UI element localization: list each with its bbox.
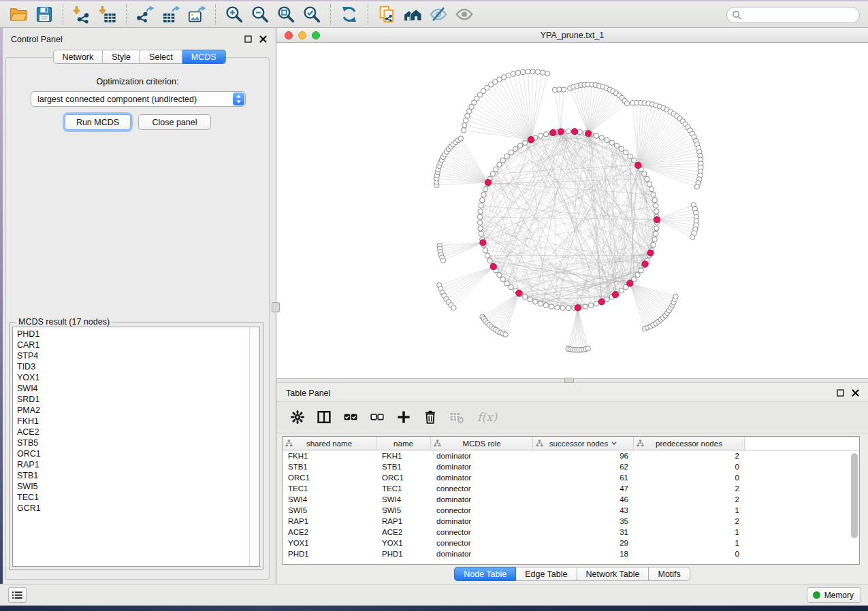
graph-node[interactable] bbox=[619, 288, 624, 293]
graph-node[interactable] bbox=[594, 301, 598, 306]
graph-node[interactable] bbox=[485, 253, 489, 258]
graph-node[interactable] bbox=[651, 192, 656, 197]
function-builder-button[interactable]: f(x) bbox=[477, 410, 497, 424]
graph-node[interactable] bbox=[494, 167, 498, 171]
search-input[interactable] bbox=[744, 10, 853, 20]
column-header-predecessor-nodes[interactable]: predecessor nodes bbox=[634, 437, 745, 450]
graph-node[interactable] bbox=[483, 186, 487, 191]
mcds-result-item[interactable]: SWI4 bbox=[13, 383, 248, 394]
create-column-button[interactable] bbox=[395, 408, 413, 426]
graph-node[interactable] bbox=[538, 133, 543, 138]
graph-node[interactable] bbox=[509, 150, 513, 154]
table-row[interactable]: SWI4SWI4dominator462 bbox=[283, 494, 859, 505]
show-task-history-button[interactable] bbox=[8, 587, 27, 603]
table-row[interactable]: FKH1FKH1dominator962 bbox=[283, 450, 859, 461]
graph-hub-node[interactable] bbox=[480, 240, 486, 246]
zoom-in-button[interactable] bbox=[223, 3, 246, 25]
memory-button[interactable]: Memory bbox=[807, 587, 861, 603]
graph-node[interactable] bbox=[583, 304, 588, 309]
graph-node[interactable] bbox=[490, 171, 495, 176]
graph-node[interactable] bbox=[560, 306, 565, 310]
graph-node[interactable] bbox=[549, 304, 553, 309]
table-row[interactable]: SWI5SWI5connector431 bbox=[283, 505, 859, 516]
graph-hub-node[interactable] bbox=[642, 261, 648, 267]
close-table-panel-button[interactable] bbox=[851, 388, 860, 397]
mcds-result-item[interactable]: TEC1 bbox=[13, 492, 248, 503]
mcds-result-item[interactable]: RAP1 bbox=[13, 459, 248, 470]
mcds-result-list[interactable]: PHD1CAR1STP4TID3YOX1SWI4SRD1PMA2FKH1ACE2… bbox=[12, 327, 260, 567]
graph-node[interactable] bbox=[651, 242, 656, 247]
graph-hub-node[interactable] bbox=[516, 290, 522, 296]
graph-node[interactable] bbox=[609, 140, 614, 145]
graph-hub-node[interactable] bbox=[558, 129, 564, 135]
hide-selected-button[interactable] bbox=[427, 3, 450, 25]
mcds-result-item[interactable]: TID3 bbox=[13, 361, 248, 372]
graph-hub-node[interactable] bbox=[585, 131, 592, 137]
graph-node[interactable] bbox=[451, 306, 456, 310]
zoom-fit-button[interactable] bbox=[274, 3, 298, 25]
select-all-button[interactable] bbox=[342, 408, 359, 426]
graph-node[interactable] bbox=[503, 332, 508, 337]
graph-hub-node[interactable] bbox=[647, 250, 654, 256]
mcds-result-item[interactable]: CAR1 bbox=[13, 340, 248, 350]
graph-node[interactable] bbox=[461, 128, 466, 133]
table-row[interactable]: ACE2ACE2connector311 bbox=[283, 527, 859, 538]
column-header-shared-name[interactable]: shared name bbox=[283, 437, 376, 450]
show-all-button[interactable] bbox=[453, 3, 476, 25]
graph-node[interactable] bbox=[566, 306, 570, 310]
float-table-panel-button[interactable] bbox=[836, 388, 845, 397]
optimization-criterion-select[interactable]: largest connected component (undirected) bbox=[31, 91, 246, 107]
graph-node[interactable] bbox=[509, 284, 513, 289]
tab-motifs[interactable]: Motifs bbox=[649, 567, 690, 581]
mcds-result-item[interactable]: STB5 bbox=[13, 437, 248, 448]
graph-node[interactable] bbox=[480, 197, 485, 202]
tab-select[interactable]: Select bbox=[140, 50, 182, 64]
delete-columns-button[interactable] bbox=[421, 408, 439, 426]
export-network-button[interactable] bbox=[133, 3, 157, 25]
open-session-button[interactable] bbox=[7, 3, 30, 25]
mcds-list-scrollbar[interactable] bbox=[249, 327, 259, 566]
delete-table-button[interactable] bbox=[448, 408, 466, 426]
graph-hub-node[interactable] bbox=[485, 180, 492, 186]
vertical-split-handle[interactable] bbox=[272, 302, 280, 312]
graph-node[interactable] bbox=[585, 346, 590, 351]
graph-node[interactable] bbox=[673, 294, 678, 299]
graph-node[interactable] bbox=[517, 143, 522, 148]
graph-node[interactable] bbox=[520, 69, 525, 74]
graph-node[interactable] bbox=[500, 277, 505, 282]
mcds-result-item[interactable]: YOX1 bbox=[13, 372, 248, 383]
column-header-mcds-role[interactable]: MCDS role bbox=[431, 437, 533, 450]
graph-node[interactable] bbox=[535, 69, 540, 74]
graph-node[interactable] bbox=[523, 140, 528, 145]
graph-node[interactable] bbox=[538, 301, 543, 306]
graph-node[interactable] bbox=[458, 136, 463, 141]
graph-node[interactable] bbox=[690, 235, 694, 240]
graph-node[interactable] bbox=[652, 197, 657, 202]
graph-node[interactable] bbox=[513, 146, 518, 151]
graph-hub-node[interactable] bbox=[528, 137, 534, 143]
table-row[interactable]: STB1STB1dominator620 bbox=[283, 461, 859, 472]
graph-hub-node[interactable] bbox=[550, 129, 556, 135]
graph-hub-node[interactable] bbox=[575, 305, 581, 311]
apply-layout-button[interactable] bbox=[338, 3, 361, 25]
graph-node[interactable] bbox=[639, 268, 643, 273]
graph-node[interactable] bbox=[555, 305, 560, 310]
graph-node[interactable] bbox=[479, 231, 483, 236]
graph-node[interactable] bbox=[654, 231, 658, 236]
tab-style[interactable]: Style bbox=[103, 50, 140, 64]
graph-node[interactable] bbox=[479, 203, 483, 208]
graph-node[interactable] bbox=[504, 154, 509, 159]
graph-node[interactable] bbox=[614, 143, 619, 148]
graph-hub-node[interactable] bbox=[654, 216, 660, 222]
graph-node[interactable] bbox=[501, 75, 506, 80]
graph-node[interactable] bbox=[588, 303, 593, 308]
first-neighbors-button[interactable] bbox=[401, 3, 424, 25]
export-table-button[interactable] bbox=[159, 3, 182, 25]
graph-node[interactable] bbox=[654, 203, 658, 208]
graph-node[interactable] bbox=[477, 214, 482, 219]
graph-node[interactable] bbox=[511, 71, 515, 76]
column-header-name[interactable]: name bbox=[376, 437, 431, 450]
graph-node[interactable] bbox=[635, 272, 640, 277]
graph-node[interactable] bbox=[642, 171, 647, 176]
graph-node[interactable] bbox=[566, 129, 570, 133]
